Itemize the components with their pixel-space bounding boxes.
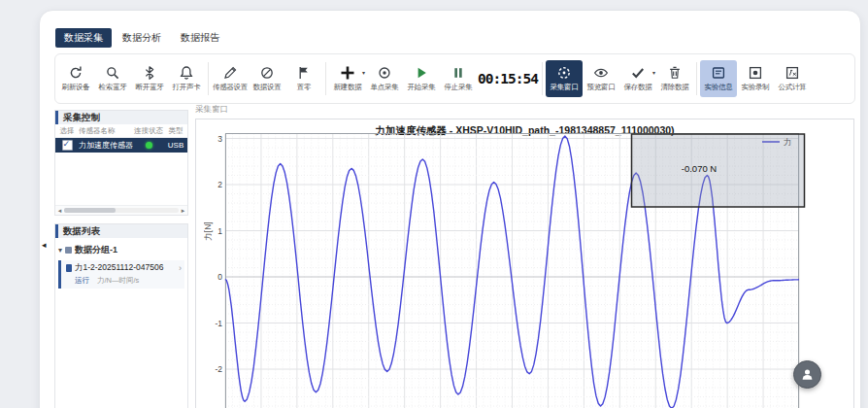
collect-control-title: 采集控制 [63, 112, 100, 122]
experiment-record-button[interactable]: 实验录制 [737, 60, 774, 97]
toolbar-button-label: 新建数据 [334, 83, 362, 92]
sensor-table-empty-area [55, 153, 187, 205]
data-list-section: 数据列表 ▾ 数据分组-1 力1-2-20251112-047506 › 运行 [54, 223, 188, 408]
section-header-data-list: 数据列表 [55, 224, 187, 238]
app-window: 数据采集 数据分析 数据报告 刷新设备检索蓝牙断开蓝牙打开声卡传感器设置数据设置… [39, 10, 861, 408]
main-toolbar: 刷新设备检索蓝牙断开蓝牙打开声卡传感器设置数据设置置零▾新建数据单点采集开始采集… [54, 53, 855, 104]
toolbar-button-label: 数据设置 [253, 83, 282, 92]
data-item-title: 力1-2-20251112-047506 [75, 262, 176, 274]
toolbar-button-label: 刷新设备 [62, 83, 90, 92]
refresh-device-button[interactable]: 刷新设备 [57, 60, 94, 97]
hscroll-track[interactable] [64, 208, 179, 213]
note-icon [711, 65, 726, 81]
scroll-left-icon[interactable]: ◂ [55, 206, 64, 215]
hscroll-thumb[interactable] [64, 208, 116, 213]
toolbar-button-label: 单点采集 [371, 83, 399, 92]
main-tabs: 数据采集 数据分析 数据报告 [55, 28, 228, 48]
toolbar-button-label: 实验信息 [705, 83, 733, 92]
data-item-row[interactable]: 力1-2-20251112-047506 › 运行 力/N—时间/s [58, 260, 184, 289]
person-icon [800, 367, 815, 382]
col-type: 类型 [164, 126, 187, 136]
sensor-type: USB [164, 141, 187, 150]
stop-capture-button[interactable]: 停止采集 [440, 60, 477, 97]
sensor-table-hscrollbar[interactable]: ◂ ▸ [55, 205, 187, 215]
search-icon [105, 65, 120, 81]
trash-icon [667, 65, 683, 81]
capture-window-label: 采集窗口 [195, 104, 854, 116]
y-tick-label: 3 [217, 134, 222, 144]
toolbar-button-label: 断开蓝牙 [136, 83, 164, 92]
disconnect-bluetooth-button[interactable]: 断开蓝牙 [131, 60, 168, 97]
toolbar-button-label: 公式计算 [779, 83, 807, 92]
measurement-annotation-box[interactable] [632, 134, 805, 207]
toolbar-button-label: 停止采集 [445, 83, 473, 92]
capture-timer: 00:15:54 [477, 71, 539, 86]
formula-icon [785, 65, 800, 81]
data-item-status: 运行 [75, 276, 89, 286]
capture-window-button[interactable]: 采集窗口 [546, 60, 583, 97]
start-capture-button[interactable]: 开始采集 [403, 60, 440, 97]
check-icon [630, 65, 646, 81]
experiment-info-button[interactable]: 实验信息 [700, 60, 737, 97]
refresh-icon [68, 65, 83, 81]
data-item-axes: 力/N—时间/s [97, 276, 139, 286]
sensor-checkbox[interactable]: ✓ [62, 140, 73, 151]
circle-slash-icon [259, 65, 275, 81]
capture-window-area: 采集窗口 力加速度传感器 - XHSP-V10HID_path_-1981348… [195, 104, 854, 408]
play-icon [414, 65, 429, 81]
y-axis-label: 力[N] [204, 221, 213, 240]
connection-status-dot [146, 142, 152, 149]
sidebar-collapse-arrow-icon[interactable]: ◂ [42, 240, 47, 250]
target-icon [377, 65, 392, 81]
toolbar-separator [208, 62, 209, 95]
caret-down-icon: ▾ [58, 246, 62, 255]
preview-window-button[interactable]: 预览窗口 [583, 60, 619, 97]
data-file-icon [66, 264, 72, 272]
left-panel: 采集控制 选择 传感器名称 连接状态 类型 ✓ 力加速度传感器 USB ◂ ▸ [54, 110, 188, 408]
section-header-collect-control: 采集控制 [55, 111, 187, 124]
data-list-title: 数据列表 [63, 225, 100, 236]
col-connection-status: 连接状态 [133, 126, 164, 136]
caret-down-icon: ▾ [362, 69, 365, 76]
toolbar-button-label: 实验录制 [742, 83, 770, 92]
tab-data-report[interactable]: 数据报告 [172, 28, 228, 48]
toolbar-button-label: 清除数据 [661, 83, 689, 92]
formula-calc-button[interactable]: 公式计算 [774, 60, 811, 97]
data-group-row[interactable]: ▾ 数据分组-1 [58, 243, 184, 256]
y-tick-label: 1 [217, 226, 222, 236]
toolbar-button-label: 传感器设置 [213, 83, 248, 92]
bluetooth-icon [142, 65, 157, 81]
toolbar-button-label: 检索蓝牙 [99, 83, 127, 92]
col-sensor-name: 传感器名称 [79, 126, 133, 136]
sensor-settings-button[interactable]: 传感器设置 [212, 60, 249, 97]
set-zero-button[interactable]: 置零 [285, 60, 322, 97]
toolbar-button-label: 置零 [297, 83, 311, 92]
data-group-label: 数据分组-1 [75, 244, 117, 256]
sensor-name: 力加速度传感器 [79, 140, 133, 151]
toolbar-button-label: 预览窗口 [587, 83, 616, 92]
toolbar-separator [325, 62, 326, 95]
toolbar-separator [696, 62, 697, 95]
single-point-capture-button[interactable]: 单点采集 [366, 60, 403, 97]
collect-control-section: 采集控制 选择 传感器名称 连接状态 类型 ✓ 力加速度传感器 USB ◂ ▸ [54, 110, 188, 216]
tab-data-capture[interactable]: 数据采集 [55, 28, 112, 48]
y-tick-label: 0 [217, 272, 222, 282]
pause-icon [451, 65, 466, 81]
search-bluetooth-button[interactable]: 检索蓝牙 [94, 60, 131, 97]
y-tick-label: -1 [215, 319, 222, 328]
save-data-button[interactable]: ▾保存数据 [619, 60, 656, 97]
force-time-chart[interactable]: 3210-1-2力[N]力-0.070 N [204, 133, 806, 408]
tab-data-analysis[interactable]: 数据分析 [114, 28, 170, 48]
clear-data-button[interactable]: 清除数据 [656, 60, 693, 97]
scroll-right-icon[interactable]: ▸ [179, 206, 187, 215]
data-settings-button[interactable]: 数据设置 [249, 60, 285, 97]
sensor-table-header: 选择 传感器名称 连接状态 类型 [55, 124, 187, 138]
annotation-value: -0.070 N [682, 163, 718, 174]
new-data-button[interactable]: ▾新建数据 [329, 60, 366, 97]
toolbar-button-label: 采集窗口 [551, 83, 579, 92]
caret-down-icon: ▾ [652, 69, 655, 76]
dashed-circle-icon [556, 65, 572, 81]
sensor-row[interactable]: ✓ 力加速度传感器 USB [55, 138, 187, 153]
open-soundcard-button[interactable]: 打开声卡 [168, 60, 205, 97]
assistant-button[interactable] [793, 360, 821, 389]
